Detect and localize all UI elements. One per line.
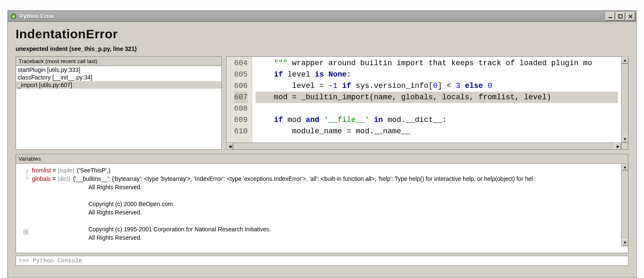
svg-point-1 xyxy=(13,16,14,17)
variables-panel: Variables ┌ fromlist = {tuple} ('SeeThis… xyxy=(16,154,628,253)
code-line[interactable]: """ wrapper around builtin import that k… xyxy=(255,58,618,69)
svg-rect-3 xyxy=(619,15,622,18)
var-value: ('SeeThisP',) xyxy=(77,166,110,175)
error-heading: IndentationError xyxy=(16,27,628,41)
variable-row[interactable]: └ globals = {dict} {'__builtins__': {'by… xyxy=(19,175,618,183)
vertical-scrollbar[interactable]: ▲ ▼ xyxy=(621,164,628,246)
var-name: globals xyxy=(32,175,51,183)
var-value-continuation: All Rights Reserved. Copyright (c) 2000 … xyxy=(19,183,618,242)
scroll-down-icon[interactable]: ▼ xyxy=(622,136,628,143)
variables-body[interactable]: ┌ fromlist = {tuple} ('SeeThisP',) └ glo… xyxy=(16,164,621,244)
traceback-header: Traceback (most recent call last) xyxy=(16,57,221,66)
code-panel: 604605606607608609610 """ wrapper around… xyxy=(226,56,628,150)
error-dialog: Python Error IndentationError unexpected… xyxy=(8,11,636,278)
app-icon xyxy=(10,13,17,20)
variables-header: Variables xyxy=(16,154,628,164)
titlebar[interactable]: Python Error xyxy=(8,11,636,22)
code-view[interactable]: 604605606607608609610 """ wrapper around… xyxy=(226,57,621,143)
svg-rect-2 xyxy=(609,17,612,18)
code-line[interactable]: module_name = mod.__name__ xyxy=(255,126,618,137)
traceback-list[interactable]: startPlugin [utils.py:333]classFactory [… xyxy=(16,66,221,89)
maximize-button[interactable] xyxy=(616,12,625,21)
var-value: {'__builtins__': {'bytearray': <type 'by… xyxy=(73,175,532,183)
console-prompt: >>> Python Console xyxy=(19,257,82,264)
traceback-panel: Traceback (most recent call last) startP… xyxy=(16,56,222,150)
vertical-scrollbar[interactable]: ▲ ▼ xyxy=(621,57,628,143)
traceback-item[interactable]: classFactory [__init__.py:34] xyxy=(16,74,221,81)
window-title: Python Error xyxy=(20,13,605,19)
traceback-item[interactable]: _import [utils.py:607] xyxy=(16,81,221,89)
scroll-up-icon[interactable]: ▲ xyxy=(622,57,628,64)
code-line[interactable]: if level is None: xyxy=(255,69,618,80)
traceback-item[interactable]: startPlugin [utils.py:333] xyxy=(16,66,221,74)
var-type: {dict} xyxy=(57,175,70,183)
console-input[interactable]: >>> Python Console xyxy=(16,256,628,266)
expand-icon[interactable]: + xyxy=(24,230,28,234)
close-button[interactable] xyxy=(626,12,635,21)
code-line[interactable] xyxy=(255,103,618,114)
error-subtitle: unexpected indent (see_this_p.py, line 3… xyxy=(16,45,628,52)
minimize-button[interactable] xyxy=(606,12,615,21)
scroll-left-icon[interactable]: ◀ xyxy=(226,143,233,149)
horizontal-scrollbar[interactable]: ◀ ▶ xyxy=(226,143,621,149)
scroll-right-icon[interactable]: ▶ xyxy=(615,143,621,149)
scroll-up-icon[interactable]: ▲ xyxy=(622,164,628,170)
var-name: fromlist xyxy=(32,166,51,175)
scroll-down-icon[interactable]: ▼ xyxy=(622,239,628,246)
code-line[interactable]: mod = _builtin_import(name, globals, loc… xyxy=(255,92,618,103)
variable-row[interactable]: ┌ fromlist = {tuple} ('SeeThisP',) xyxy=(19,166,618,175)
var-type: {tuple} xyxy=(58,166,75,175)
code-line[interactable]: if mod and '__file__' in mod.__dict__: xyxy=(255,114,618,126)
code-line[interactable]: level = -1 if sys.version_info[0] < 3 el… xyxy=(255,80,618,92)
